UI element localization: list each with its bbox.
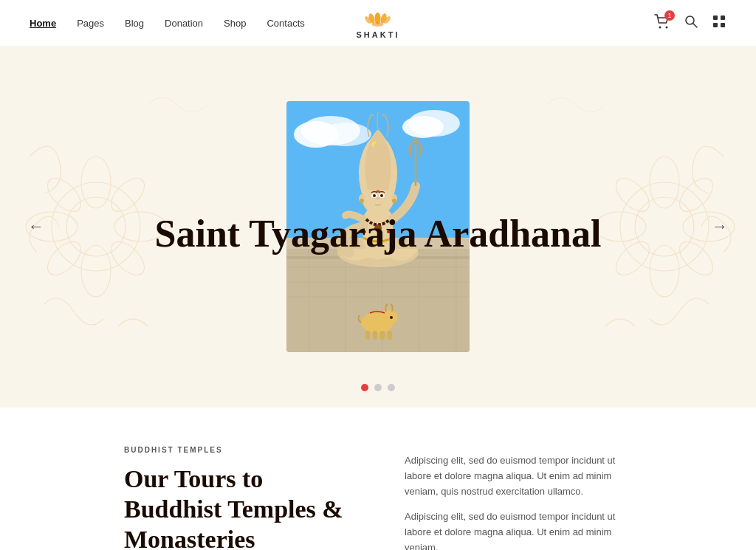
section-heading: Our Tours to Buddhist Temples & Monaster… <box>124 464 360 550</box>
nav-pages[interactable]: Pages <box>77 18 104 29</box>
svg-point-23 <box>106 173 151 218</box>
svg-point-7 <box>666 27 668 29</box>
svg-point-21 <box>106 236 151 281</box>
header: Home Pages Blog Donation Shop Contacts S… <box>0 0 756 46</box>
svg-rect-12 <box>713 23 718 27</box>
svg-point-38 <box>320 123 371 146</box>
nav-contacts[interactable]: Contacts <box>267 18 304 29</box>
content-section: BUDDHIST TEMPLES Our Tours to Buddhist T… <box>0 408 756 550</box>
nav-home[interactable]: Home <box>30 18 56 29</box>
svg-point-5 <box>372 22 384 27</box>
cart-button[interactable]: 1 <box>654 13 670 32</box>
svg-point-64 <box>373 194 376 197</box>
svg-point-66 <box>377 190 380 193</box>
svg-point-30 <box>611 173 656 218</box>
svg-point-65 <box>380 194 383 197</box>
svg-rect-13 <box>721 23 725 27</box>
section-right: Adipiscing elit, sed do euismod tempor i… <box>405 446 632 550</box>
svg-point-14 <box>52 182 140 271</box>
svg-point-57 <box>374 224 382 232</box>
svg-line-9 <box>693 24 698 28</box>
hero-next-button[interactable]: → <box>704 210 735 244</box>
svg-rect-58 <box>360 230 366 233</box>
logo-flower-icon <box>365 7 391 29</box>
svg-point-40 <box>402 116 444 138</box>
section-para-1: Adipiscing elit, sed do euismod tempor i… <box>405 453 632 499</box>
hero-dot-3[interactable] <box>388 384 395 391</box>
search-button[interactable] <box>684 14 698 32</box>
svg-rect-11 <box>721 16 725 20</box>
nav-donation[interactable]: Donation <box>165 18 203 29</box>
section-left: BUDDHIST TEMPLES Our Tours to Buddhist T… <box>124 446 360 550</box>
hero-prev-button[interactable]: ← <box>21 210 52 244</box>
svg-rect-77 <box>388 331 392 340</box>
svg-point-69 <box>360 199 364 203</box>
main-nav: Home Pages Blog Donation Shop Contacts <box>30 18 305 29</box>
hero-image <box>286 101 470 352</box>
header-actions: 1 <box>654 13 726 32</box>
svg-rect-59 <box>387 230 393 233</box>
hero-dot-1[interactable] <box>361 384 368 391</box>
svg-rect-74 <box>365 331 370 340</box>
nav-blog[interactable]: Blog <box>125 18 144 29</box>
hero-section: Saint Tyagaraja Aradhanal ← → <box>0 46 756 408</box>
svg-rect-76 <box>380 331 385 340</box>
logo-text: SHAKTI <box>357 30 400 39</box>
svg-rect-75 <box>373 331 377 340</box>
grid-menu-button[interactable] <box>712 14 726 32</box>
grid-icon <box>712 14 726 29</box>
section-para-2: Adipiscing elit, sed do euismod tempor i… <box>405 509 632 550</box>
hero-statue-illustration <box>286 101 470 352</box>
svg-point-25 <box>635 197 694 256</box>
svg-point-32 <box>611 236 656 281</box>
svg-point-24 <box>620 182 709 271</box>
svg-point-15 <box>66 197 126 256</box>
search-icon <box>684 14 698 29</box>
hero-pagination <box>361 384 395 391</box>
svg-point-70 <box>392 199 396 203</box>
section-category: BUDDHIST TEMPLES <box>124 446 360 454</box>
cart-badge: 1 <box>664 10 675 21</box>
nav-shop[interactable]: Shop <box>224 18 246 29</box>
svg-point-6 <box>659 27 662 29</box>
logo[interactable]: SHAKTI <box>357 7 400 39</box>
hero-dot-2[interactable] <box>374 384 382 391</box>
hero-content <box>286 101 470 352</box>
svg-point-73 <box>390 316 393 319</box>
svg-rect-10 <box>713 16 718 20</box>
